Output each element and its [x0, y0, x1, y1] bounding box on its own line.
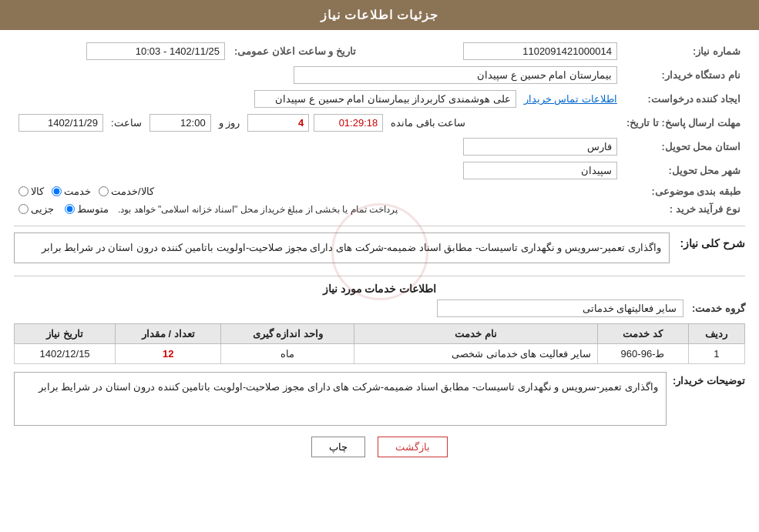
col-tedaad: تعداد / مقدار [116, 324, 221, 344]
divider-2 [14, 276, 745, 276]
main-content: شماره نیاز: 1102091421000014 تاریخ و ساع… [0, 30, 759, 473]
mohlat-saat-label: ساعت: [111, 117, 142, 129]
tozihat-section: توضیحات خریدار: واگذاری تعمیر-سرویس و نگ… [14, 372, 745, 426]
shomara-niaz-input: 1102091421000014 [463, 42, 617, 60]
tarikh-elan-input: 1402/11/25 - 10:03 [86, 42, 225, 60]
services-table-header-row: ردیف کد خدمت نام خدمت واحد اندازه گیری ت… [15, 324, 745, 344]
services-title: اطلاعات خدمات مورد نیاز [14, 283, 745, 295]
col-nam: نام خدمت [354, 324, 597, 344]
shahr-input: سپیدان [463, 162, 617, 179]
cell-nam: سایر فعالیت های خدماتی شخصی [354, 344, 597, 364]
tabaqe-kala-khedmat-radio[interactable]: کالا/خدمت [99, 186, 154, 197]
col-vahed: واحد اندازه گیری [221, 324, 354, 344]
mohlat-label: مهلت ارسال پاسخ: تا تاریخ: [622, 111, 745, 135]
ostan-input: فارس [463, 138, 617, 156]
mohlat-rooz-input: 4 [247, 114, 309, 132]
mohlat-baqi-label: ساعت باقی مانده [391, 117, 465, 129]
ostan-value: فارس [14, 135, 622, 159]
group-label: گروه خدمت: [683, 303, 745, 314]
cell-vahed: ماه [221, 344, 354, 364]
mohlat-baqi-input: 01:29:18 [314, 114, 383, 132]
nawea-note: پرداخت تمام یا بخشی از مبلغ خریداز محل "… [118, 204, 398, 215]
nam-dastgah-input: بیمارستان امام حسین ع سپیدان [294, 66, 617, 84]
col-kod: کد خدمت [597, 324, 688, 344]
tabaqe-kala-radio[interactable]: کالا [18, 186, 44, 197]
nam-dastgah-value: بیمارستان امام حسین ع سپیدان [14, 63, 622, 87]
info-table-top: شماره نیاز: 1102091421000014 تاریخ و ساع… [14, 39, 745, 218]
tarikh-elan-value: 1402/11/25 - 10:03 [14, 39, 230, 63]
tarikh-elan-label: تاریخ و ساعت اعلان عمومی: [230, 39, 361, 63]
shahr-label: شهر محل تحویل: [622, 159, 745, 182]
nam-dastgah-label: نام دستگاه خریدار: [622, 63, 745, 87]
ijad-konande-row: علی هوشمندی کاربرداز بیمارستان امام حسین… [14, 87, 622, 111]
nawea-label: نوع فرآیند خرید : [622, 200, 745, 218]
back-button[interactable]: بازگشت [378, 437, 448, 457]
nawea-row: جزیی متوسط پرداخت تمام یا بخشی از مبلغ خ… [14, 200, 622, 218]
cell-radif: 1 [688, 344, 744, 364]
ijad-konande-input: علی هوشمندی کاربرداز بیمارستان امام حسین… [254, 90, 516, 108]
table-row: 1 ط-96-960 سایر فعالیت های خدماتی شخصی م… [15, 344, 745, 364]
button-row: بازگشت چاپ [14, 437, 745, 457]
group-row: گروه خدمت: سایر فعالیتهای خدماتی [14, 299, 745, 317]
col-tarikh: تاریخ نیاز [15, 324, 116, 344]
sharh-label: شرح کلی نیاز: [676, 233, 745, 254]
services-table: ردیف کد خدمت نام خدمت واحد اندازه گیری ت… [14, 323, 745, 364]
ostan-label: استان محل تحویل: [622, 135, 745, 159]
sharh-section: شرح کلی نیاز: واگذاری تعمیر-سرویس و نگهد… [14, 233, 745, 269]
tabaqe-khedmat-radio[interactable]: خدمت [52, 186, 91, 197]
nawea-jozi-radio[interactable]: جزیی [18, 203, 54, 215]
tozihat-content: واگذاری تعمیر-سرویس و نگهداری تاسیسات- م… [14, 372, 667, 426]
tabaqe-label: طبقه بندی موضوعی: [622, 182, 745, 200]
cell-tarikh: 1402/12/15 [15, 344, 116, 364]
tozihat-label: توضیحات خریدار: [673, 372, 745, 386]
shomara-niaz-label: شماره نیاز: [622, 39, 745, 63]
ijad-konande-link[interactable]: اطلاعات تماس خریدار [524, 93, 617, 105]
cell-kod: ط-96-960 [597, 344, 688, 364]
cell-tedaad: 12 [116, 344, 221, 364]
tabaqe-row: کالا خدمت کالا/خدمت [14, 182, 622, 200]
mohlat-saat-input: 12:00 [149, 114, 211, 132]
nawea-motawaset-radio[interactable]: متوسط [65, 203, 109, 215]
sharh-content: واگذاری تعمیر-سرویس و نگهداری تاسیسات- م… [14, 233, 670, 263]
mohlat-row: 1402/11/29 ساعت: 12:00 روز و 4 01:29:18 … [14, 111, 622, 135]
page-header: جزئیات اطلاعات نیاز [0, 0, 759, 30]
group-value: سایر فعالیتهای خدماتی [437, 299, 683, 317]
ijad-konande-label: ایجاد کننده درخواست: [622, 87, 745, 111]
shahr-value: سپیدان [14, 159, 622, 182]
print-button[interactable]: چاپ [311, 437, 365, 457]
col-radif: ردیف [688, 324, 744, 344]
mohlat-date-input: 1402/11/29 [18, 114, 103, 132]
mohlat-rooz-label: روز و [219, 117, 240, 129]
page-title: جزئیات اطلاعات نیاز [321, 8, 439, 22]
page-container: جزئیات اطلاعات نیاز شماره نیاز: 11020914… [0, 0, 759, 532]
shomara-niaz-value: 1102091421000014 [384, 39, 622, 63]
divider-1 [14, 226, 745, 226]
